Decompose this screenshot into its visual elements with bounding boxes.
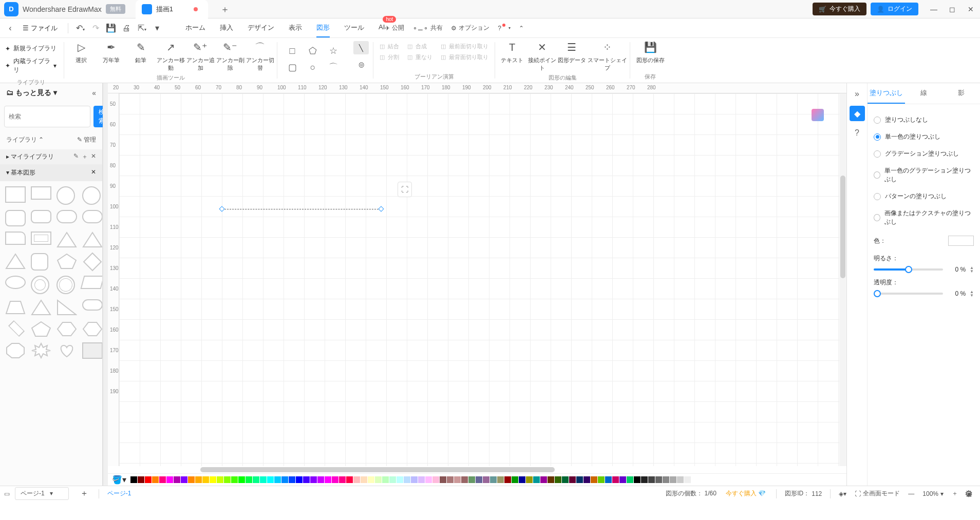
color-swatch[interactable] [533,476,540,483]
palette-tri4[interactable] [31,299,51,316]
new-library-button[interactable]: ✦ 新規ライブラリ [5,42,56,55]
close-button[interactable]: ✕ [962,5,980,13]
layers-button[interactable]: ◈▾ [839,490,846,497]
fill-option-none[interactable]: 塗りつぶしなし [874,111,974,128]
drawn-line-shape[interactable] [222,209,381,209]
color-swatch[interactable] [440,476,446,483]
share-button[interactable]: ⚬⚊⚬ 共有 [412,24,443,32]
tab-tool[interactable]: ツール [344,19,364,37]
tool-anchor-delete[interactable]: ✎⁻アンカー削除 [215,41,245,72]
palette-donut[interactable] [31,276,49,294]
color-swatch[interactable] [159,476,166,483]
color-swatch[interactable] [138,476,144,483]
collapse-ribbon-button[interactable]: ⌃ [519,25,524,32]
color-swatch[interactable] [389,476,396,483]
color-swatch[interactable] [684,476,691,483]
color-swatch[interactable] [274,476,281,483]
color-swatch[interactable] [397,476,403,483]
color-swatch[interactable] [432,476,439,483]
color-swatch[interactable] [634,476,640,483]
fill-bucket-icon[interactable]: 🪣▾ [112,475,126,485]
file-menu[interactable]: ☰ ファイル [23,24,58,33]
save-button[interactable]: 💾 [103,23,119,33]
line-handle-end[interactable] [378,206,384,211]
shape-pentagon-icon[interactable]: ⬠ [305,44,321,57]
tab-shape[interactable]: 図形 [316,19,330,37]
zoom-out-button[interactable]: — [908,490,914,497]
color-swatch[interactable] [174,476,180,483]
color-swatch[interactable] [519,476,525,483]
palette-octagon[interactable] [5,342,26,359]
dropdown-more-icon[interactable]: ▾ [149,23,165,33]
help-button[interactable]: ?▾ [498,25,511,32]
color-swatch[interactable] [677,476,684,483]
basic-shapes-close-icon[interactable]: ✕ [91,168,96,177]
color-swatch[interactable] [181,476,187,483]
tab-view[interactable]: 表示 [289,19,302,37]
bool-divide-button[interactable]: ◫ 分割 [375,52,403,63]
color-swatch[interactable] [605,476,612,483]
palette-rect[interactable] [31,186,51,200]
color-swatch[interactable] [691,476,698,483]
color-swatch[interactable] [670,476,676,483]
canvas-vertical-scrollbar[interactable] [839,93,846,466]
tool-shape-data[interactable]: ☰図形データ [557,41,587,64]
palette-snip[interactable] [5,232,26,245]
back-button[interactable]: ‹ [4,24,16,33]
buy-link[interactable]: 今すぐ購入 💎 [726,489,766,498]
tab-design[interactable]: デザイン [248,19,274,37]
color-swatch[interactable] [497,476,504,483]
add-page-button[interactable]: ＋ [80,488,88,499]
zoom-value[interactable]: 100%▾ [922,490,944,497]
color-swatch[interactable] [512,476,518,483]
palette-donut2[interactable] [56,276,75,294]
opacity-stepper[interactable]: ▲▼ [970,290,974,297]
shape-star-icon[interactable]: ☆ [326,44,341,57]
palette-square[interactable] [5,186,26,203]
color-swatch[interactable] [332,476,338,483]
collapse-right-icon[interactable]: » [850,86,865,102]
palette-pentagon[interactable] [56,253,77,269]
color-swatch[interactable] [195,476,202,483]
color-swatch[interactable] [548,476,554,483]
shape-roundsquare-icon[interactable]: ▢ [285,61,300,74]
shape-arc-icon[interactable]: ⌒ [326,61,341,74]
color-swatch[interactable] [217,476,223,483]
palette-tri2[interactable] [82,232,102,248]
color-swatch[interactable] [526,476,533,483]
tool-smart-shape[interactable]: ⁘スマートシェイプ [587,41,628,72]
color-swatch[interactable] [267,476,274,483]
color-swatch[interactable] [152,476,159,483]
color-picker[interactable] [948,236,974,246]
color-swatch[interactable] [231,476,238,483]
document-tab[interactable]: 描画1 [136,0,208,18]
fullscreen-button[interactable]: ⛶ 全画面モード [855,489,900,498]
palette-rsq[interactable] [31,253,48,271]
minimize-button[interactable]: — [925,5,943,13]
page-tab[interactable]: ページ-1 [103,489,136,498]
fill-option-gradient[interactable]: グラデーション塗りつぶし [874,145,974,162]
color-swatch[interactable] [569,476,576,483]
palette-pill[interactable] [56,210,77,223]
bool-combine-button[interactable]: ◫ 合成 [403,41,437,52]
help-tab-icon[interactable]: ? [850,125,865,141]
color-swatch[interactable] [540,476,547,483]
color-swatch[interactable] [281,476,288,483]
tool-anchor-move[interactable]: ↗アンカー移動 [156,41,185,72]
line-handle-start[interactable] [219,206,224,211]
color-swatch[interactable] [598,476,605,483]
floating-toolbar[interactable]: ⛶ [398,182,412,197]
color-swatch[interactable] [368,476,374,483]
export-button[interactable]: ⇱▾ [134,23,149,33]
tab-home[interactable]: ホーム [185,19,205,37]
palette-circle2[interactable] [82,186,101,205]
color-swatch[interactable] [447,476,454,483]
fill-option-solid[interactable]: 単一色の塗りつぶし [874,128,974,145]
options-button[interactable]: ⚙ オプション [451,24,489,32]
fill-option-pattern[interactable]: パターンの塗りつぶし [874,188,974,205]
fill-tab[interactable]: 塗りつぶし [868,83,905,104]
color-swatch[interactable] [310,476,317,483]
fill-option-solid-gradient[interactable]: 単一色のグラデーション塗りつぶし [874,162,974,188]
color-swatch[interactable] [188,476,195,483]
color-swatch[interactable] [253,476,259,483]
